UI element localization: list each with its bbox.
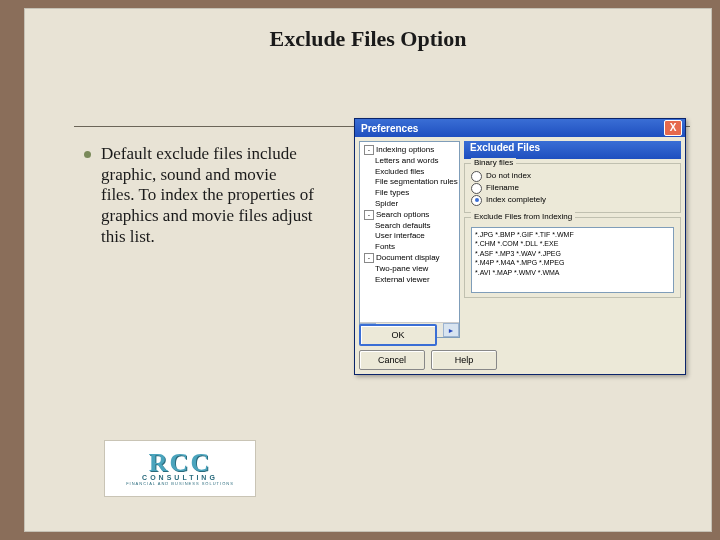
right-pane: Excluded Files Binary files Do not index…: [464, 141, 681, 338]
titlebar[interactable]: Preferences X: [355, 119, 685, 137]
exclude-list[interactable]: *.JPG *.BMP *.GIF *.TIF *.WMF *.CHM *.CO…: [471, 227, 674, 293]
tree-item-defaults[interactable]: Search defaults: [362, 221, 457, 232]
exclude-files-group: Exclude Files from Indexing *.JPG *.BMP …: [464, 217, 681, 298]
radio-icon: [471, 171, 482, 182]
radio-icon: [471, 195, 482, 206]
collapse-icon[interactable]: -: [364, 145, 374, 155]
tree-item-docdisplay[interactable]: -Document display: [362, 253, 457, 264]
cancel-button[interactable]: Cancel: [359, 350, 425, 370]
radio-icon: [471, 183, 482, 194]
radio-label: Index completely: [486, 194, 546, 206]
tree-item-twopane[interactable]: Two-pane view: [362, 264, 457, 275]
tree-item-letters[interactable]: Letters and words: [362, 156, 457, 167]
close-button[interactable]: X: [664, 120, 682, 136]
list-item: *.M4P *.M4A *.MPG *.MPEG: [475, 258, 670, 267]
list-item: *.CHM *.COM *.DLL *.EXE: [475, 239, 670, 248]
ok-row: OK: [359, 324, 437, 346]
logo-main: RCC: [149, 451, 211, 474]
tree-item-filetypes[interactable]: File types: [362, 188, 457, 199]
tree-item-ui[interactable]: User interface: [362, 231, 457, 242]
tree-pane[interactable]: -Indexing options Letters and words Excl…: [359, 141, 460, 338]
dialog-title: Preferences: [358, 123, 664, 134]
dialog-body: -Indexing options Letters and words Excl…: [355, 137, 685, 342]
panel-header: Excluded Files: [464, 141, 681, 159]
bullet-icon: [84, 151, 91, 158]
tree-item-fonts[interactable]: Fonts: [362, 242, 457, 253]
exclude-group-title: Exclude Files from Indexing: [471, 212, 575, 221]
binary-files-group: Binary files Do not index Filename Index…: [464, 163, 681, 213]
list-item: *.AVI *.MAP *.WMV *.WMA: [475, 268, 670, 277]
close-icon: X: [670, 123, 677, 133]
logo-sub: CONSULTING: [142, 474, 218, 481]
tree-item-external[interactable]: External viewer: [362, 275, 457, 286]
logo: RCC CONSULTING FINANCIAL AND BUSINESS SO…: [104, 440, 256, 497]
radio-do-not-index[interactable]: Do not index: [471, 170, 674, 182]
help-button[interactable]: Help: [431, 350, 497, 370]
radio-index-completely[interactable]: Index completely: [471, 194, 674, 206]
scroll-right-button[interactable]: ►: [443, 323, 459, 337]
radio-filename[interactable]: Filename: [471, 182, 674, 194]
tree-item-indexing[interactable]: -Indexing options: [362, 145, 457, 156]
body-text: Default exclude files include graphic, s…: [101, 144, 314, 248]
binary-group-title: Binary files: [471, 158, 516, 167]
tree-item-spider[interactable]: Spider: [362, 199, 457, 210]
tree-item-excluded[interactable]: Excluded files: [362, 167, 457, 178]
slide: Exclude Files Option Default exclude fil…: [24, 8, 712, 532]
bullet-area: Default exclude files include graphic, s…: [84, 144, 314, 248]
preferences-dialog: Preferences X -Indexing options Letters …: [354, 118, 686, 375]
logo-tagline: FINANCIAL AND BUSINESS SOLUTIONS: [126, 481, 234, 486]
button-row: Cancel Help: [359, 350, 497, 370]
list-item: *.JPG *.BMP *.GIF *.TIF *.WMF: [475, 230, 670, 239]
tree-item-segmentation[interactable]: File segmentation rules: [362, 177, 457, 188]
collapse-icon[interactable]: -: [364, 253, 374, 263]
bullet-item: Default exclude files include graphic, s…: [84, 144, 314, 248]
collapse-icon[interactable]: -: [364, 210, 374, 220]
chevron-right-icon: ►: [448, 327, 455, 334]
radio-label: Filename: [486, 182, 519, 194]
ok-button[interactable]: OK: [359, 324, 437, 346]
list-item: *.ASF *.MP3 *.WAV *.JPEG: [475, 249, 670, 258]
slide-title: Exclude Files Option: [24, 26, 712, 52]
radio-label: Do not index: [486, 170, 531, 182]
tree-item-search[interactable]: -Search options: [362, 210, 457, 221]
